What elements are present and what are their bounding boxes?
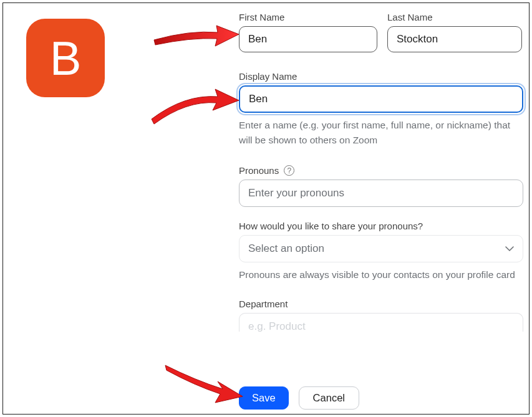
first-name-block: First Name [239, 12, 377, 52]
share-pronouns-block: How would you like to share your pronoun… [239, 221, 523, 282]
help-icon[interactable]: ? [284, 165, 294, 176]
first-name-label: First Name [239, 12, 377, 22]
last-name-block: Last Name [387, 12, 522, 52]
chevron-down-icon [505, 246, 514, 251]
department-block: Department e.g. Product [239, 299, 523, 332]
name-row: First Name Last Name [239, 12, 523, 52]
first-name-input[interactable] [239, 26, 377, 52]
profile-edit-panel: B First Name Last Name Display Name Ente… [2, 2, 530, 415]
display-name-block: Display Name Enter a name (e.g. your fir… [239, 71, 523, 148]
share-pronouns-placeholder: Select an option [248, 242, 324, 255]
display-name-input[interactable] [239, 85, 523, 113]
last-name-label: Last Name [387, 12, 522, 22]
display-name-label: Display Name [239, 71, 523, 82]
last-name-input[interactable] [387, 26, 522, 52]
avatar[interactable]: B [26, 19, 105, 97]
share-pronouns-label: How would you like to share your pronoun… [239, 221, 523, 231]
department-label: Department [239, 299, 523, 309]
share-pronouns-helper: Pronouns are always visible to your cont… [239, 267, 523, 282]
pronouns-label-text: Pronouns [239, 165, 279, 176]
cancel-button[interactable]: Cancel [299, 386, 359, 410]
display-name-helper: Enter a name (e.g. your first name, full… [239, 118, 523, 148]
share-pronouns-select[interactable]: Select an option [239, 235, 523, 262]
avatar-letter: B [50, 31, 82, 85]
save-button[interactable]: Save [239, 386, 289, 410]
pronouns-input[interactable] [239, 180, 523, 207]
pronouns-block: Pronouns ? [239, 165, 523, 207]
annotation-arrow-icon [150, 78, 241, 128]
annotation-arrow-icon [153, 19, 240, 50]
department-input[interactable]: e.g. Product [239, 313, 523, 332]
annotation-arrow-icon [164, 362, 244, 410]
pronouns-label: Pronouns ? [239, 165, 523, 176]
button-row: Save Cancel [239, 386, 359, 410]
form-column: First Name Last Name Display Name Enter … [239, 12, 523, 332]
